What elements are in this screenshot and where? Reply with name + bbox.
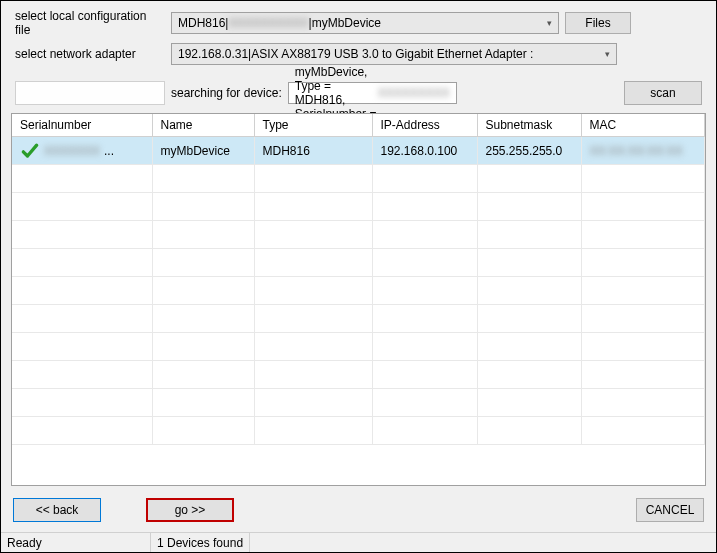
table-row [12, 361, 705, 389]
table-row [12, 333, 705, 361]
cell-serial-suffix: ... [104, 144, 114, 158]
col-header-serial[interactable]: Serialnumber [12, 114, 152, 137]
adapter-dropdown[interactable]: 192.168.0.31|ASIX AX88179 USB 3.0 to Gig… [171, 43, 617, 65]
adapter-label: select network adapter [15, 47, 165, 61]
check-icon [20, 141, 40, 161]
config-section: select local configuration file MDH816|X… [1, 1, 716, 75]
search-section: searching for device: myMbDevice, Type =… [1, 75, 716, 113]
device-table-container: Serialnumber Name Type IP-Address Subnet… [11, 113, 706, 486]
cancel-button[interactable]: CANCEL [636, 498, 704, 522]
table-row [12, 165, 705, 193]
config-file-redacted: XXXXXXXXXX [228, 16, 308, 30]
adapter-value: 192.168.0.31|ASIX AX88179 USB 3.0 to Gig… [178, 47, 533, 61]
col-header-type[interactable]: Type [254, 114, 372, 137]
col-header-mac[interactable]: MAC [581, 114, 705, 137]
search-label: searching for device: [171, 86, 282, 100]
search-input[interactable]: myMbDevice, Type = MDH816, Serialnumber … [288, 82, 457, 104]
cell-mac-redacted: XX:XX:XX:XX:XX [590, 144, 683, 158]
status-ready: Ready [1, 533, 151, 552]
col-header-subnet[interactable]: Subnetmask [477, 114, 581, 137]
files-button[interactable]: Files [565, 12, 631, 34]
table-row [12, 277, 705, 305]
table-row [12, 305, 705, 333]
search-placeholder-box [15, 81, 165, 105]
config-file-suffix: |myMbDevice [309, 16, 381, 30]
config-file-prefix: MDH816| [178, 16, 228, 30]
table-row [12, 221, 705, 249]
table-row [12, 417, 705, 445]
table-row [12, 193, 705, 221]
cell-ip: 192.168.0.100 [372, 137, 477, 165]
status-count: 1 Devices found [151, 533, 250, 552]
go-button[interactable]: go >> [146, 498, 234, 522]
footer-buttons: << back go >> CANCEL [1, 486, 716, 532]
table-header-row: Serialnumber Name Type IP-Address Subnet… [12, 114, 705, 137]
table-row[interactable]: XXXXXXX... myMbDevice MDH816 192.168.0.1… [12, 137, 705, 165]
cell-serial-redacted: XXXXXXX [44, 144, 100, 158]
cell-type: MDH816 [254, 137, 372, 165]
table-wrapper: Serialnumber Name Type IP-Address Subnet… [11, 113, 706, 486]
cell-subnet: 255.255.255.0 [477, 137, 581, 165]
config-file-label: select local configuration file [15, 9, 165, 37]
device-table: Serialnumber Name Type IP-Address Subnet… [12, 114, 705, 445]
cell-name: myMbDevice [152, 137, 254, 165]
back-button[interactable]: << back [13, 498, 101, 522]
config-file-dropdown[interactable]: MDH816|XXXXXXXXXX|myMbDevice ▾ [171, 12, 559, 34]
col-header-name[interactable]: Name [152, 114, 254, 137]
col-header-ip[interactable]: IP-Address [372, 114, 477, 137]
table-row [12, 389, 705, 417]
status-bar: Ready 1 Devices found [1, 532, 716, 552]
chevron-down-icon: ▾ [547, 18, 552, 28]
main-panel: select local configuration file MDH816|X… [1, 1, 716, 532]
table-row [12, 249, 705, 277]
chevron-down-icon: ▾ [605, 49, 610, 59]
search-value-redacted: XXXXXXXXX [378, 86, 450, 100]
scan-button[interactable]: scan [624, 81, 702, 105]
